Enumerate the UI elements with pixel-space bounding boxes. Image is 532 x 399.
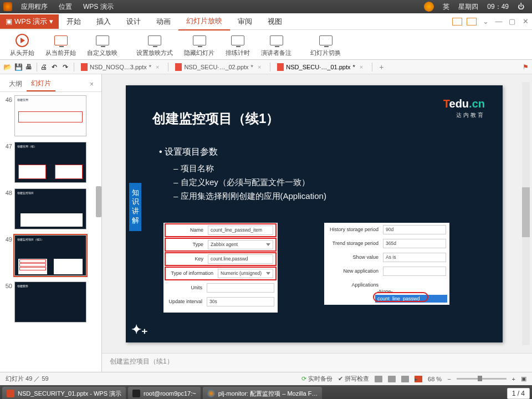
form-left: Namecount_line_passwd_item TypeZabbix ag… <box>163 223 278 313</box>
slide-thumb-49[interactable]: 创建监控项目（续1） <box>14 235 86 276</box>
bullet-2a: – 项目名称 <box>173 163 326 174</box>
form-trend-value: 365d <box>383 239 446 248</box>
view-slideshow-icon[interactable]: ▸ <box>415 376 422 382</box>
ime-lang[interactable]: 英 <box>438 2 454 12</box>
os-menu-places[interactable]: 位置 <box>53 2 78 12</box>
status-realtime-backup[interactable]: ⟳ 实时备份 <box>301 375 332 383</box>
ribbon-transition[interactable]: 幻灯片切换 <box>305 31 346 59</box>
doc-tab-2[interactable]: NSD_SECU·…_02.pptx*× <box>172 62 267 72</box>
ribbon-set-show[interactable]: 设置放映方式 <box>131 31 178 59</box>
tab-design[interactable]: 设计 <box>119 13 149 30</box>
ribbon-set-show-label: 设置放映方式 <box>136 49 173 57</box>
doc-tab-3-close[interactable]: × <box>357 64 365 70</box>
side-tab-slides[interactable]: 幻灯片 <box>27 76 55 91</box>
ribbon-custom-show[interactable]: 自定义放映 <box>81 31 123 59</box>
slide-canvas[interactable]: Tedu.cn 达内教育 创建监控项目（续1） • 设置项目参数 – 项目名称 … <box>126 85 503 342</box>
ppt-file-icon <box>277 63 284 71</box>
workspace-page-indicator[interactable]: 1 / 4 <box>507 388 530 399</box>
ppt-file-icon <box>81 63 88 71</box>
slide-thumb-48[interactable]: 创建监控项目 <box>14 188 86 229</box>
ime-indicator[interactable] <box>420 2 438 12</box>
slide-thumb-50[interactable]: 创建图形 <box>14 282 86 323</box>
slide-body: • 设置项目参数 – 项目名称 – 自定义key（必须与配置文件一致） – 应用… <box>159 146 326 205</box>
terminal-icon <box>132 390 140 397</box>
doc-tab-2-close[interactable]: × <box>255 64 263 70</box>
doc-tab-1-close[interactable]: × <box>154 64 161 70</box>
zoom-out-icon[interactable]: − <box>447 376 451 382</box>
doc-tab-3[interactable]: NSD_SECU·…_01.pptx*× <box>274 62 369 72</box>
redo-icon[interactable]: ↷ <box>63 63 70 71</box>
print-icon[interactable]: 🖶 <box>25 63 33 71</box>
zoom-in-icon[interactable]: + <box>512 376 515 382</box>
tab-insert[interactable]: 插入 <box>89 13 119 30</box>
doc-tab-2-modified: * <box>251 64 253 70</box>
thumb-num-49: 49 <box>2 235 12 243</box>
thumb-num-50: 50 <box>2 282 12 289</box>
form-newapp-value <box>383 267 446 276</box>
ribbon-from-current-label: 从当前开始 <box>45 49 76 57</box>
undo-icon[interactable]: ↶ <box>52 63 59 71</box>
ribbon-presenter[interactable]: 演讲者备注 <box>255 31 297 59</box>
watermark-icon: ✦₊ <box>131 323 148 337</box>
form-interval-label: Update interval <box>167 299 207 304</box>
slide-thumb-47[interactable]: 创建应用（续） <box>14 142 86 183</box>
side-tab-outline[interactable]: 大纲 <box>4 77 27 91</box>
doc-tab-3-label: NSD_SECU·…_01.pptx <box>286 64 350 70</box>
form-newapp-label: New application <box>328 268 383 274</box>
doc-tab-1[interactable]: NSD_NOSQ…3.pptx*× <box>78 62 165 72</box>
sketch-icon-2[interactable] <box>467 18 477 25</box>
tab-review[interactable]: 审阅 <box>230 13 260 30</box>
power-icon[interactable]: ⏻ <box>513 3 529 11</box>
ribbon-hide-slide[interactable]: 隐藏幻灯片 <box>178 31 220 59</box>
form-key-value: count.line.passwd <box>208 254 273 264</box>
open-icon[interactable]: 📂 <box>3 63 11 71</box>
thumb-scrollbar[interactable] <box>96 186 101 217</box>
zoom-slider[interactable] <box>457 378 507 380</box>
view-sorter-icon[interactable] <box>388 376 396 382</box>
status-spellcheck[interactable]: ✔ 拼写检查 <box>338 375 369 383</box>
brand-sub: 达内教育 <box>443 111 485 119</box>
app-dropdown-icon[interactable]: ▾ <box>49 17 53 25</box>
tab-animation[interactable]: 动画 <box>149 13 178 30</box>
new-doc-tab[interactable]: + <box>376 63 387 71</box>
taskbar-terminal[interactable]: root@room9pc17:~ <box>128 387 201 399</box>
thumb-num-47: 47 <box>2 142 12 150</box>
save-icon[interactable]: 💾 <box>14 63 22 71</box>
tab-start[interactable]: 开始 <box>59 13 89 30</box>
tab-slideshow[interactable]: 幻灯片放映 <box>178 13 230 30</box>
tab-view[interactable]: 视图 <box>260 13 290 30</box>
knowledge-label: 知识讲解 <box>129 183 141 232</box>
ribbon-collapse-icon[interactable]: ⌄ <box>479 17 492 25</box>
zoom-slider-thumb[interactable] <box>478 376 482 381</box>
ribbon-from-beginning[interactable]: 从头开始 <box>4 31 40 59</box>
side-panel-close[interactable]: × <box>86 80 97 88</box>
app-logo[interactable]: ▣ WPS 演示 ▾ <box>0 14 59 29</box>
window-maximize[interactable]: ▢ <box>505 17 519 25</box>
print-preview-icon[interactable]: 🖨 <box>40 63 48 71</box>
ribbon-rehearse[interactable]: 排练计时 <box>220 31 255 59</box>
os-menu-wps[interactable]: WPS 演示 <box>78 2 119 12</box>
slide-notes-caption[interactable]: 创建监控项目（续1） <box>102 353 532 372</box>
view-reading-icon[interactable] <box>401 376 409 382</box>
canvas-scroll-handle[interactable] <box>522 187 530 237</box>
form-type-label: Type <box>168 242 208 247</box>
form-type-value: Zabbix agent <box>208 240 273 249</box>
fit-window-icon[interactable]: ▣ <box>521 375 526 382</box>
brand-t: T <box>443 98 449 110</box>
sketch-icon-1[interactable] <box>452 18 462 25</box>
slide-title: 创建监控项目（续1） <box>152 110 279 127</box>
ribbon-from-current[interactable]: 从当前开始 <box>40 31 81 59</box>
doc-tab-3-modified: * <box>352 64 355 70</box>
window-close[interactable]: ✕ <box>519 17 532 25</box>
window-minimize[interactable]: — <box>492 17 505 25</box>
taskbar-firefox[interactable]: plj-monitor: 配置监控项 – Mozilla F… <box>203 387 323 399</box>
view-normal-icon[interactable] <box>375 376 382 382</box>
slide-thumb-46[interactable]: 创建应用 <box>14 95 86 136</box>
brand-logo: Tedu.cn 达内教育 <box>443 98 485 119</box>
feedback-icon[interactable]: ⚑ <box>523 63 529 71</box>
taskbar-wps[interactable]: NSD_SECURITY_01.pptx - WPS 演示 <box>2 387 126 399</box>
form-hist-label: History storage period <box>328 227 383 232</box>
form-name-value: count_line_passwd_item <box>208 226 273 235</box>
canvas-vertical-scrollbar[interactable] <box>522 82 530 345</box>
os-menu-applications[interactable]: 应用程序 <box>16 2 53 12</box>
